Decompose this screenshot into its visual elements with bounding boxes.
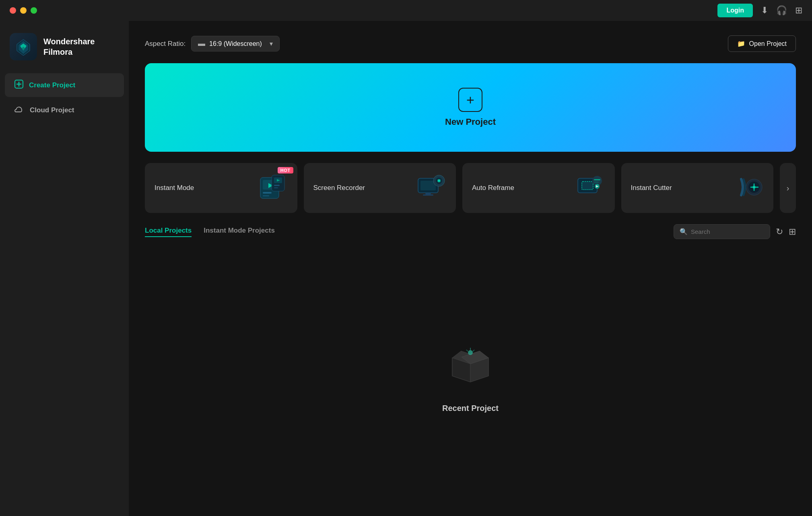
svg-point-39: [468, 350, 473, 355]
auto-reframe-icon: [575, 172, 607, 204]
nav-label-cloud: Cloud Project: [30, 106, 74, 114]
aspect-ratio-row: Aspect Ratio: ▬ 16:9 (Widescreen) ▾: [145, 36, 280, 52]
empty-state: Recent Project: [145, 247, 796, 502]
svg-rect-8: [263, 195, 269, 196]
screen-recorder-icon: [416, 172, 448, 204]
feature-card-screen-recorder[interactable]: Screen Recorder: [304, 163, 456, 213]
projects-section: Local Projects Instant Mode Projects 🔍 ↻…: [145, 224, 796, 502]
empty-box-icon: [444, 336, 497, 394]
titlebar: Login ⬇ 🎧 ⊞: [0, 0, 812, 21]
svg-rect-26: [594, 179, 600, 180]
instant-cutter-label: Instant Cutter: [631, 184, 672, 192]
open-project-button[interactable]: 📁 Open Project: [728, 35, 796, 52]
new-project-banner[interactable]: + New Project: [145, 63, 796, 152]
aspect-ratio-select[interactable]: ▬ 16:9 (Widescreen) ▾: [191, 36, 280, 52]
svg-rect-27: [594, 182, 599, 183]
search-box[interactable]: 🔍: [674, 224, 770, 239]
traffic-light-yellow[interactable]: [20, 7, 27, 14]
new-project-label: New Project: [445, 117, 496, 127]
feature-card-instant-mode[interactable]: HOT Instant Mode: [145, 163, 297, 213]
instant-cutter-icon: [733, 172, 765, 204]
svg-rect-18: [423, 194, 433, 196]
create-project-icon: [14, 80, 23, 91]
refresh-button[interactable]: ↻: [776, 227, 783, 237]
chevron-right-icon: ›: [787, 184, 789, 193]
sidebar: Wondershare Filmora Create Project Cloud…: [0, 21, 129, 516]
search-icon: 🔍: [680, 228, 688, 235]
traffic-light-red[interactable]: [10, 7, 16, 14]
brand-logo: [10, 33, 37, 60]
svg-rect-24: [582, 182, 593, 190]
cloud-icon: [14, 105, 24, 115]
brand-name-line1: Wondershare: [43, 36, 95, 47]
nav-item-create-project[interactable]: Create Project: [5, 73, 124, 97]
traffic-light-green[interactable]: [31, 7, 37, 14]
projects-tabs: Local Projects Instant Mode Projects: [145, 227, 275, 237]
svg-rect-17: [425, 193, 431, 194]
projects-header: Local Projects Instant Mode Projects 🔍 ↻…: [145, 224, 796, 239]
folder-icon: 📁: [737, 40, 745, 47]
open-project-label: Open Project: [749, 40, 787, 47]
main-layout: Wondershare Filmora Create Project Cloud…: [0, 21, 812, 516]
apps-icon[interactable]: ⊞: [795, 5, 802, 16]
svg-point-33: [753, 186, 755, 188]
aspect-ratio-label: Aspect Ratio:: [145, 40, 185, 48]
aspect-ratio-value: 16:9 (Widescreen): [209, 40, 262, 47]
brand-name-container: Wondershare Filmora: [43, 36, 95, 57]
feature-cards-row: HOT Instant Mode: [145, 163, 796, 213]
headset-icon[interactable]: 🎧: [776, 5, 787, 16]
svg-rect-14: [274, 187, 278, 188]
feature-card-auto-reframe[interactable]: Auto Reframe: [462, 163, 615, 213]
brand-name-line2: Filmora: [43, 47, 95, 57]
empty-state-label: Recent Project: [442, 404, 499, 413]
auto-reframe-label: Auto Reframe: [472, 184, 514, 192]
grid-view-button[interactable]: ⊞: [789, 227, 796, 237]
instant-mode-label: Instant Mode: [155, 184, 194, 192]
content-area: Aspect Ratio: ▬ 16:9 (Widescreen) ▾ 📁 Op…: [129, 21, 812, 516]
brand: Wondershare Filmora: [0, 29, 129, 72]
search-input[interactable]: [691, 228, 764, 235]
screen-recorder-label: Screen Recorder: [313, 184, 365, 192]
svg-rect-13: [274, 185, 280, 186]
dropdown-arrow-icon: ▾: [270, 40, 273, 47]
titlebar-right: Login ⬇ 🎧 ⊞: [717, 4, 802, 17]
svg-line-42: [473, 350, 474, 351]
cards-next-button[interactable]: ›: [780, 163, 796, 213]
nav-item-cloud-project[interactable]: Cloud Project: [5, 99, 124, 122]
feature-card-instant-cutter[interactable]: Instant Cutter: [621, 163, 774, 213]
login-button[interactable]: Login: [717, 4, 753, 17]
aspect-ratio-icon: ▬: [198, 39, 205, 48]
svg-line-41: [466, 350, 468, 351]
svg-rect-7: [263, 192, 272, 194]
svg-point-22: [438, 180, 440, 182]
nav-label-create: Create Project: [29, 81, 75, 89]
download-icon[interactable]: ⬇: [761, 5, 768, 16]
new-project-plus-icon: +: [458, 88, 482, 112]
projects-controls: 🔍 ↻ ⊞: [674, 224, 796, 239]
instant-mode-icon: [257, 172, 289, 204]
tab-instant-mode-projects[interactable]: Instant Mode Projects: [204, 227, 275, 237]
top-controls: Aspect Ratio: ▬ 16:9 (Widescreen) ▾ 📁 Op…: [145, 35, 796, 52]
tab-local-projects[interactable]: Local Projects: [145, 227, 192, 237]
titlebar-left: [10, 7, 37, 14]
